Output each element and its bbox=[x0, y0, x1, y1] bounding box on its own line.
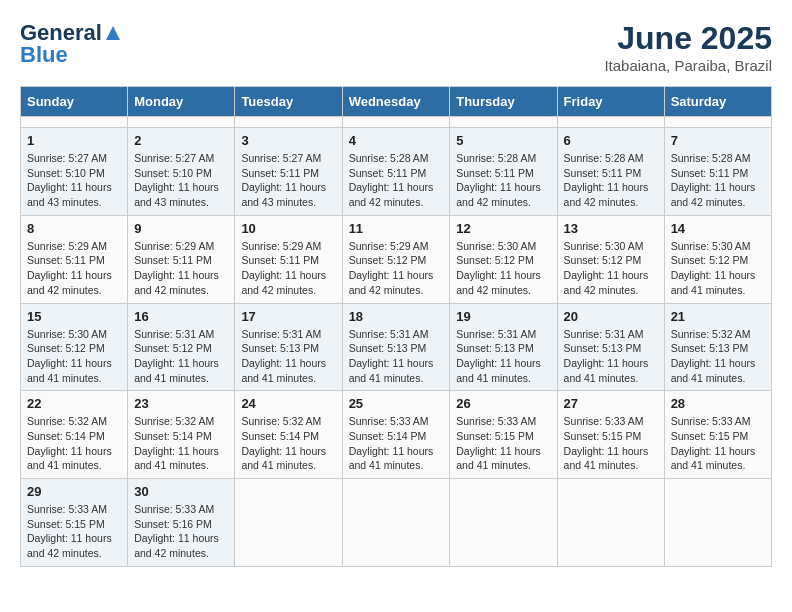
day-number: 4 bbox=[349, 133, 444, 148]
day-info: Sunrise: 5:33 AM Sunset: 5:15 PM Dayligh… bbox=[671, 414, 765, 473]
day-number: 11 bbox=[349, 221, 444, 236]
day-cell bbox=[450, 117, 557, 128]
day-cell: 4Sunrise: 5:28 AM Sunset: 5:11 PM Daylig… bbox=[342, 128, 450, 216]
day-number: 9 bbox=[134, 221, 228, 236]
day-number: 2 bbox=[134, 133, 228, 148]
day-info: Sunrise: 5:30 AM Sunset: 5:12 PM Dayligh… bbox=[456, 239, 550, 298]
day-info: Sunrise: 5:32 AM Sunset: 5:13 PM Dayligh… bbox=[671, 327, 765, 386]
week-row-1 bbox=[21, 117, 772, 128]
page-header: General Blue June 2025 Itabaiana, Paraib… bbox=[20, 20, 772, 74]
day-cell bbox=[664, 117, 771, 128]
column-header-wednesday: Wednesday bbox=[342, 87, 450, 117]
day-info: Sunrise: 5:27 AM Sunset: 5:10 PM Dayligh… bbox=[27, 151, 121, 210]
day-info: Sunrise: 5:33 AM Sunset: 5:15 PM Dayligh… bbox=[27, 502, 121, 561]
day-number: 17 bbox=[241, 309, 335, 324]
day-number: 28 bbox=[671, 396, 765, 411]
logo-icon bbox=[104, 24, 122, 42]
day-number: 16 bbox=[134, 309, 228, 324]
day-info: Sunrise: 5:29 AM Sunset: 5:11 PM Dayligh… bbox=[134, 239, 228, 298]
week-row-3: 8Sunrise: 5:29 AM Sunset: 5:11 PM Daylig… bbox=[21, 215, 772, 303]
day-number: 5 bbox=[456, 133, 550, 148]
day-number: 6 bbox=[564, 133, 658, 148]
day-number: 27 bbox=[564, 396, 658, 411]
day-cell bbox=[235, 117, 342, 128]
day-number: 23 bbox=[134, 396, 228, 411]
day-cell: 3Sunrise: 5:27 AM Sunset: 5:11 PM Daylig… bbox=[235, 128, 342, 216]
day-number: 21 bbox=[671, 309, 765, 324]
day-cell: 16Sunrise: 5:31 AM Sunset: 5:12 PM Dayli… bbox=[128, 303, 235, 391]
day-number: 12 bbox=[456, 221, 550, 236]
day-info: Sunrise: 5:28 AM Sunset: 5:11 PM Dayligh… bbox=[564, 151, 658, 210]
day-cell bbox=[342, 117, 450, 128]
day-number: 8 bbox=[27, 221, 121, 236]
calendar-subtitle: Itabaiana, Paraiba, Brazil bbox=[604, 57, 772, 74]
day-info: Sunrise: 5:28 AM Sunset: 5:11 PM Dayligh… bbox=[349, 151, 444, 210]
day-number: 14 bbox=[671, 221, 765, 236]
day-cell: 24Sunrise: 5:32 AM Sunset: 5:14 PM Dayli… bbox=[235, 391, 342, 479]
day-info: Sunrise: 5:31 AM Sunset: 5:13 PM Dayligh… bbox=[456, 327, 550, 386]
week-row-6: 29Sunrise: 5:33 AM Sunset: 5:15 PM Dayli… bbox=[21, 479, 772, 567]
day-number: 26 bbox=[456, 396, 550, 411]
svg-marker-0 bbox=[106, 26, 120, 40]
day-cell: 13Sunrise: 5:30 AM Sunset: 5:12 PM Dayli… bbox=[557, 215, 664, 303]
title-section: June 2025 Itabaiana, Paraiba, Brazil bbox=[604, 20, 772, 74]
day-number: 25 bbox=[349, 396, 444, 411]
day-cell: 27Sunrise: 5:33 AM Sunset: 5:15 PM Dayli… bbox=[557, 391, 664, 479]
logo-blue: Blue bbox=[20, 42, 68, 68]
day-cell: 6Sunrise: 5:28 AM Sunset: 5:11 PM Daylig… bbox=[557, 128, 664, 216]
day-cell bbox=[235, 479, 342, 567]
day-cell: 14Sunrise: 5:30 AM Sunset: 5:12 PM Dayli… bbox=[664, 215, 771, 303]
day-info: Sunrise: 5:29 AM Sunset: 5:12 PM Dayligh… bbox=[349, 239, 444, 298]
logo: General Blue bbox=[20, 20, 124, 68]
day-cell: 20Sunrise: 5:31 AM Sunset: 5:13 PM Dayli… bbox=[557, 303, 664, 391]
day-cell: 12Sunrise: 5:30 AM Sunset: 5:12 PM Dayli… bbox=[450, 215, 557, 303]
day-info: Sunrise: 5:29 AM Sunset: 5:11 PM Dayligh… bbox=[241, 239, 335, 298]
day-cell bbox=[342, 479, 450, 567]
week-row-2: 1Sunrise: 5:27 AM Sunset: 5:10 PM Daylig… bbox=[21, 128, 772, 216]
day-cell bbox=[557, 117, 664, 128]
week-row-4: 15Sunrise: 5:30 AM Sunset: 5:12 PM Dayli… bbox=[21, 303, 772, 391]
day-number: 22 bbox=[27, 396, 121, 411]
day-cell: 5Sunrise: 5:28 AM Sunset: 5:11 PM Daylig… bbox=[450, 128, 557, 216]
day-cell: 8Sunrise: 5:29 AM Sunset: 5:11 PM Daylig… bbox=[21, 215, 128, 303]
column-header-tuesday: Tuesday bbox=[235, 87, 342, 117]
day-cell: 29Sunrise: 5:33 AM Sunset: 5:15 PM Dayli… bbox=[21, 479, 128, 567]
day-cell: 9Sunrise: 5:29 AM Sunset: 5:11 PM Daylig… bbox=[128, 215, 235, 303]
week-row-5: 22Sunrise: 5:32 AM Sunset: 5:14 PM Dayli… bbox=[21, 391, 772, 479]
day-cell: 7Sunrise: 5:28 AM Sunset: 5:11 PM Daylig… bbox=[664, 128, 771, 216]
day-info: Sunrise: 5:28 AM Sunset: 5:11 PM Dayligh… bbox=[456, 151, 550, 210]
day-info: Sunrise: 5:29 AM Sunset: 5:11 PM Dayligh… bbox=[27, 239, 121, 298]
day-info: Sunrise: 5:28 AM Sunset: 5:11 PM Dayligh… bbox=[671, 151, 765, 210]
day-cell: 26Sunrise: 5:33 AM Sunset: 5:15 PM Dayli… bbox=[450, 391, 557, 479]
day-info: Sunrise: 5:33 AM Sunset: 5:15 PM Dayligh… bbox=[456, 414, 550, 473]
day-number: 1 bbox=[27, 133, 121, 148]
column-header-monday: Monday bbox=[128, 87, 235, 117]
day-cell: 19Sunrise: 5:31 AM Sunset: 5:13 PM Dayli… bbox=[450, 303, 557, 391]
day-info: Sunrise: 5:31 AM Sunset: 5:13 PM Dayligh… bbox=[349, 327, 444, 386]
day-info: Sunrise: 5:32 AM Sunset: 5:14 PM Dayligh… bbox=[134, 414, 228, 473]
day-number: 30 bbox=[134, 484, 228, 499]
day-cell bbox=[128, 117, 235, 128]
day-info: Sunrise: 5:33 AM Sunset: 5:14 PM Dayligh… bbox=[349, 414, 444, 473]
day-info: Sunrise: 5:33 AM Sunset: 5:16 PM Dayligh… bbox=[134, 502, 228, 561]
day-cell: 25Sunrise: 5:33 AM Sunset: 5:14 PM Dayli… bbox=[342, 391, 450, 479]
day-cell: 30Sunrise: 5:33 AM Sunset: 5:16 PM Dayli… bbox=[128, 479, 235, 567]
day-number: 13 bbox=[564, 221, 658, 236]
day-info: Sunrise: 5:31 AM Sunset: 5:12 PM Dayligh… bbox=[134, 327, 228, 386]
day-info: Sunrise: 5:27 AM Sunset: 5:11 PM Dayligh… bbox=[241, 151, 335, 210]
column-header-friday: Friday bbox=[557, 87, 664, 117]
day-info: Sunrise: 5:30 AM Sunset: 5:12 PM Dayligh… bbox=[27, 327, 121, 386]
day-number: 7 bbox=[671, 133, 765, 148]
day-cell: 23Sunrise: 5:32 AM Sunset: 5:14 PM Dayli… bbox=[128, 391, 235, 479]
day-cell: 18Sunrise: 5:31 AM Sunset: 5:13 PM Dayli… bbox=[342, 303, 450, 391]
column-header-thursday: Thursday bbox=[450, 87, 557, 117]
day-info: Sunrise: 5:32 AM Sunset: 5:14 PM Dayligh… bbox=[241, 414, 335, 473]
day-cell: 22Sunrise: 5:32 AM Sunset: 5:14 PM Dayli… bbox=[21, 391, 128, 479]
day-cell bbox=[21, 117, 128, 128]
day-info: Sunrise: 5:27 AM Sunset: 5:10 PM Dayligh… bbox=[134, 151, 228, 210]
day-cell: 17Sunrise: 5:31 AM Sunset: 5:13 PM Dayli… bbox=[235, 303, 342, 391]
day-info: Sunrise: 5:31 AM Sunset: 5:13 PM Dayligh… bbox=[564, 327, 658, 386]
day-cell bbox=[450, 479, 557, 567]
day-number: 3 bbox=[241, 133, 335, 148]
day-cell: 1Sunrise: 5:27 AM Sunset: 5:10 PM Daylig… bbox=[21, 128, 128, 216]
